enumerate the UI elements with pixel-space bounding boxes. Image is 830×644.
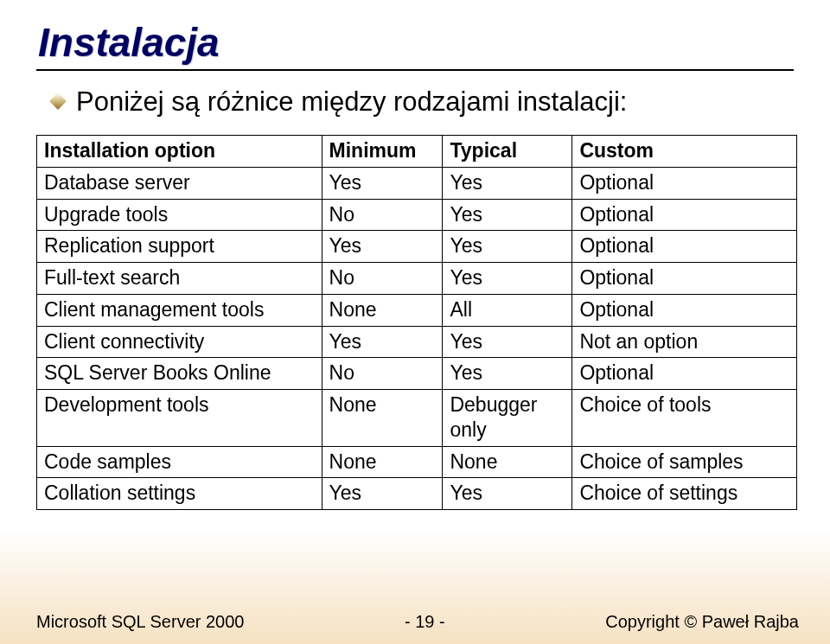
- table-cell: Yes: [322, 326, 443, 358]
- table-header: Custom: [572, 136, 797, 168]
- table-cell: Code samples: [37, 446, 322, 478]
- table-cell: SQL Server Books Online: [37, 358, 322, 390]
- table-row: Full-text searchNoYesOptional: [37, 263, 797, 295]
- table-row: Code samplesNoneNoneChoice of samples: [37, 446, 797, 478]
- table-cell: Yes: [443, 199, 572, 231]
- table-cell: Optional: [572, 199, 797, 231]
- table-row: Database serverYesYesOptional: [37, 167, 797, 199]
- table-cell: Development tools: [37, 390, 322, 447]
- table-cell: Yes: [443, 478, 572, 510]
- table-cell: Debugger only: [443, 390, 572, 447]
- table-header-row: Installation option Minimum Typical Cust…: [37, 136, 797, 168]
- table-cell: Optional: [572, 358, 797, 390]
- table-row: Client management toolsNoneAllOptional: [37, 294, 797, 326]
- table-cell: None: [322, 390, 443, 447]
- table-cell: Full-text search: [37, 263, 322, 295]
- table-cell: Client management tools: [37, 294, 322, 326]
- table-cell: Yes: [322, 167, 443, 199]
- table-cell: Not an option: [572, 326, 797, 358]
- table-row: Upgrade toolsNoYesOptional: [37, 199, 797, 231]
- table-cell: Choice of tools: [572, 390, 797, 447]
- table-row: SQL Server Books OnlineNoYesOptional: [37, 358, 797, 390]
- table-cell: Optional: [572, 167, 797, 199]
- footer-left: Microsoft SQL Server 2000: [36, 612, 244, 632]
- table-cell: None: [322, 446, 443, 478]
- table-row: Client connectivityYesYesNot an option: [37, 326, 797, 358]
- table-cell: Replication support: [37, 231, 322, 263]
- table-cell: Client connectivity: [37, 326, 322, 358]
- table-header: Typical: [443, 136, 572, 168]
- table-cell: Yes: [443, 326, 572, 358]
- footer-copyright: Copyright © Paweł Rajba: [605, 612, 799, 632]
- table-cell: Yes: [322, 478, 443, 510]
- options-table: Installation option Minimum Typical Cust…: [36, 135, 797, 510]
- bullet-diamond-icon: [49, 92, 67, 110]
- table-cell: Optional: [572, 231, 797, 263]
- table-cell: Choice of settings: [572, 478, 797, 510]
- table-cell: Upgrade tools: [37, 199, 322, 231]
- table-cell: No: [322, 358, 443, 390]
- table-cell: Choice of samples: [572, 446, 797, 478]
- table-cell: Database server: [37, 167, 322, 199]
- table-cell: All: [443, 294, 572, 326]
- slide-page: Instalacja Poniżej są różnice między rod…: [0, 0, 830, 644]
- table-cell: No: [322, 199, 443, 231]
- table-header: Installation option: [37, 136, 322, 168]
- table-row: Replication supportYesYesOptional: [37, 231, 797, 263]
- table-header: Minimum: [322, 136, 443, 168]
- table-cell: No: [322, 263, 443, 295]
- table-cell: Optional: [572, 294, 797, 326]
- title-rule: [36, 69, 794, 71]
- intro-row: Poniżej są różnice między rodzajami inst…: [52, 86, 794, 118]
- footer-page-number: - 19 -: [405, 612, 445, 632]
- table-cell: Yes: [443, 231, 572, 263]
- table-cell: Optional: [572, 263, 797, 295]
- table-cell: Yes: [443, 358, 572, 390]
- footer: Microsoft SQL Server 2000 - 19 - Copyrig…: [36, 612, 799, 632]
- table-cell: Collation settings: [37, 478, 322, 510]
- table-cell: None: [322, 294, 443, 326]
- page-title: Instalacja: [38, 19, 794, 66]
- table-row: Development toolsNoneDebugger onlyChoice…: [37, 390, 797, 447]
- table-cell: Yes: [443, 263, 572, 295]
- intro-text: Poniżej są różnice między rodzajami inst…: [76, 86, 627, 118]
- table-row: Collation settingsYesYesChoice of settin…: [37, 478, 797, 510]
- table-cell: Yes: [443, 167, 572, 199]
- table-cell: None: [443, 446, 572, 478]
- table-cell: Yes: [322, 231, 443, 263]
